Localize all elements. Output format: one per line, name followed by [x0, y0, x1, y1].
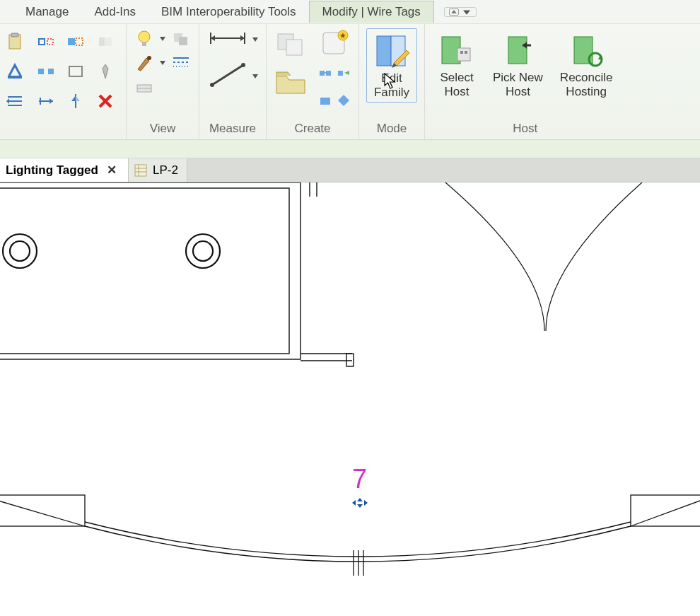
select-host-icon — [438, 31, 476, 69]
view-tab-label: Lighting Tagged — [6, 163, 98, 178]
edit-family-label: Edit Family — [374, 71, 409, 99]
menu-bim[interactable]: BIM Interoperability Tools — [148, 1, 309, 23]
svg-rect-50 — [286, 40, 302, 55]
cope-icon[interactable] — [33, 28, 59, 55]
svg-point-86 — [10, 241, 30, 261]
view-tab-label: LP-2 — [153, 163, 178, 178]
measure-dropdown[interactable] — [252, 74, 259, 79]
move-grip-icon[interactable] — [352, 498, 368, 511]
panel-modify-tools: . — [0, 24, 127, 139]
svg-marker-58 — [344, 71, 349, 75]
hide-category-icon[interactable] — [170, 28, 192, 50]
demolish-icon[interactable] — [134, 76, 155, 98]
svg-rect-54 — [320, 71, 325, 76]
pick-new-host-icon — [498, 31, 537, 69]
svg-marker-9 — [6, 98, 9, 104]
menu-addins[interactable]: Add-Ins — [81, 1, 148, 23]
svg-rect-16 — [38, 69, 44, 74]
dimension-dropdown[interactable] — [252, 37, 259, 42]
svg-rect-89 — [0, 495, 85, 526]
svg-marker-96 — [357, 498, 363, 501]
match-type-icon[interactable] — [3, 58, 27, 85]
svg-rect-74 — [135, 165, 146, 176]
join-geometry-icon[interactable] — [92, 28, 119, 55]
svg-rect-55 — [326, 71, 331, 76]
svg-marker-33 — [160, 61, 165, 65]
svg-point-46 — [210, 83, 214, 87]
align-dims-icon[interactable] — [3, 88, 27, 115]
menu-manage[interactable]: Manage — [13, 1, 81, 23]
view-tabstrip: Lighting Tagged ✕ LP-2 — [0, 158, 700, 182]
svg-rect-66 — [460, 51, 463, 54]
select-host-button[interactable]: Select Host — [432, 28, 482, 101]
brush-dropdown[interactable] — [159, 60, 166, 66]
svg-line-92 — [631, 495, 700, 526]
ribbon-minimize-toggle[interactable] — [444, 7, 477, 17]
diamond-node-icon[interactable] — [337, 93, 351, 110]
panel-label-host: Host — [513, 117, 537, 138]
svg-rect-15 — [105, 37, 112, 46]
svg-marker-20 — [49, 98, 53, 104]
select-host-label: Select Host — [440, 71, 473, 98]
panel-label-create: Create — [294, 117, 330, 138]
svg-marker-97 — [357, 504, 363, 508]
reconcile-hosting-icon — [567, 31, 605, 69]
svg-marker-1 — [451, 10, 457, 13]
lightbulb-icon[interactable] — [134, 28, 155, 50]
split-element-icon[interactable] — [33, 58, 59, 85]
measure-between-icon[interactable] — [206, 59, 249, 93]
edit-family-button[interactable]: Edit Family — [366, 28, 417, 103]
drawing-canvas[interactable]: 7 — [0, 182, 700, 616]
view-tab-lp2[interactable]: LP-2 — [129, 158, 187, 182]
create-similar-folder-icon[interactable] — [274, 68, 308, 99]
svg-marker-48 — [252, 74, 258, 79]
array-icon[interactable] — [33, 88, 59, 115]
panel-label-measure: Measure — [209, 117, 256, 138]
lightbulb-dropdown[interactable] — [159, 36, 166, 42]
load-into-project-node-icon[interactable] — [318, 69, 332, 86]
svg-point-87 — [186, 234, 220, 268]
aligned-dimension-icon[interactable] — [206, 28, 249, 51]
menubar: Manage Add-Ins BIM Interoperability Tool… — [0, 0, 700, 24]
pin-icon[interactable] — [92, 58, 119, 85]
svg-rect-61 — [377, 36, 391, 66]
svg-rect-4 — [11, 33, 18, 37]
wire-tag-value[interactable]: 7 — [352, 464, 367, 494]
svg-point-47 — [241, 63, 245, 67]
svg-marker-2 — [463, 10, 470, 14]
wall-opening-icon[interactable] — [62, 58, 89, 85]
pick-new-host-button[interactable]: Pick New Host — [487, 28, 549, 101]
reconcile-hosting-label: Reconcile Hosting — [560, 71, 613, 98]
cut-geometry-icon[interactable] — [62, 28, 89, 55]
panel-label-mode: Mode — [377, 117, 407, 138]
svg-rect-12 — [68, 38, 75, 45]
paste-icon[interactable] — [3, 28, 27, 55]
svg-rect-13 — [76, 38, 83, 45]
delete-icon[interactable] — [92, 88, 119, 115]
create-group-icon[interactable] — [274, 28, 308, 62]
svg-rect-91 — [631, 495, 700, 526]
svg-rect-68 — [508, 37, 527, 64]
svg-marker-98 — [352, 500, 356, 506]
linework-icon[interactable] — [170, 52, 192, 74]
svg-marker-60 — [338, 95, 349, 106]
reconcile-hosting-button[interactable]: Reconcile Hosting — [554, 28, 619, 101]
svg-marker-29 — [160, 37, 165, 41]
svg-rect-78 — [0, 182, 301, 359]
caret-down-icon — [462, 8, 472, 16]
menu-modify-wire-tags[interactable]: Modify | Wire Tags — [309, 1, 434, 23]
view-tab-lighting-tagged[interactable]: Lighting Tagged ✕ — [0, 158, 129, 182]
ribbon: . — [0, 24, 700, 140]
close-tab-icon[interactable]: ✕ — [104, 163, 119, 178]
mirror-icon[interactable] — [62, 88, 89, 115]
pick-new-host-label: Pick New Host — [493, 71, 543, 98]
create-assembly-icon[interactable]: ★ — [317, 28, 351, 62]
project-node-icon[interactable] — [318, 93, 332, 110]
brush-icon[interactable] — [134, 52, 155, 74]
plan-view-graphics — [0, 182, 700, 616]
svg-rect-31 — [179, 37, 187, 45]
svg-point-88 — [193, 241, 213, 261]
svg-rect-59 — [320, 98, 330, 105]
load-as-group-arrow-icon[interactable] — [337, 69, 351, 86]
panel-measure: Measure — [199, 24, 267, 139]
